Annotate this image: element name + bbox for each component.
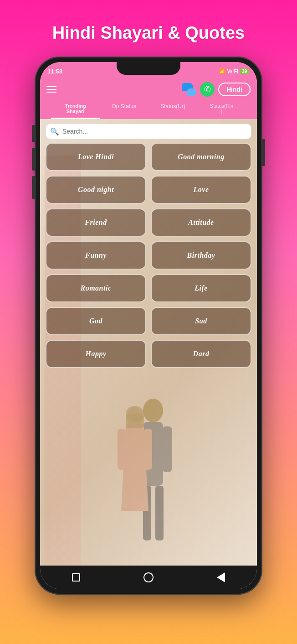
page-title: Hindi Shayari & Quotes	[52, 23, 245, 44]
svg-rect-7	[118, 429, 126, 470]
category-dard[interactable]: Dard	[151, 340, 251, 368]
category-attitude[interactable]: Attitude	[151, 208, 251, 237]
category-romantic[interactable]: Romantic	[46, 274, 146, 302]
category-life[interactable]: Life	[151, 274, 251, 302]
wifi-icon: WiFi	[227, 68, 238, 75]
nav-square-button[interactable]	[70, 571, 82, 584]
status-time: 11:53	[47, 68, 62, 75]
categories-grid: Love Hindi Good morning Good night Love …	[40, 143, 257, 374]
search-bar: 🔍	[46, 124, 251, 139]
chat-bubble2	[187, 88, 196, 96]
search-input[interactable]	[46, 124, 251, 139]
svg-rect-8	[144, 429, 152, 470]
category-funny[interactable]: Funny	[46, 241, 146, 270]
category-good-night[interactable]: Good night	[46, 176, 146, 204]
header-top: ✆ Hindi	[46, 82, 251, 97]
svg-rect-3	[162, 426, 172, 472]
bottom-nav	[40, 566, 257, 589]
battery-icon: 39	[240, 68, 249, 74]
category-love-hindi[interactable]: Love Hindi	[46, 143, 146, 171]
svg-rect-5	[155, 486, 164, 540]
volume-down-button	[32, 176, 35, 199]
couple-silhouette	[85, 383, 212, 566]
category-good-morning[interactable]: Good morning	[151, 143, 251, 171]
phone-screen: 11:53 📶 WiFi 39	[40, 62, 257, 589]
nav-circle-button[interactable]	[142, 571, 155, 584]
chat-icon[interactable]	[182, 83, 196, 96]
hindi-language-button[interactable]: Hindi	[218, 83, 251, 96]
category-god[interactable]: God	[46, 307, 146, 335]
svg-rect-10	[126, 414, 144, 428]
tab-dp-status[interactable]: Dp Status	[100, 100, 148, 119]
tab-status-hin[interactable]: Status(Hin)	[197, 100, 246, 119]
category-sad[interactable]: Sad	[151, 307, 251, 335]
volume-silent-button	[32, 125, 35, 142]
app-header: ✆ Hindi TrendingShayari Dp Status Status…	[40, 79, 257, 119]
category-happy[interactable]: Happy	[46, 340, 146, 368]
power-button	[262, 139, 265, 166]
whatsapp-symbol: ✆	[204, 84, 211, 94]
circle-icon	[143, 572, 154, 582]
header-icons: ✆ Hindi	[182, 82, 251, 97]
volume-up-button	[32, 148, 35, 171]
svg-point-0	[143, 399, 163, 422]
triangle-icon	[217, 572, 225, 582]
status-icons: 📶 WiFi 39	[219, 68, 249, 75]
category-love[interactable]: Love	[151, 176, 251, 204]
hamburger-menu-button[interactable]	[46, 86, 56, 93]
category-birthday[interactable]: Birthday	[151, 241, 251, 270]
tab-trending-shayari[interactable]: TrendingShayari	[51, 100, 100, 119]
content-area: 🔍 Love Hindi Good morning Good night Lov…	[40, 119, 257, 566]
notch	[117, 62, 180, 75]
nav-back-button[interactable]	[215, 571, 227, 584]
category-friend[interactable]: Friend	[46, 208, 146, 237]
signal-icon: 📶	[219, 68, 225, 74]
tab-status-ur[interactable]: Status(Ur)	[148, 100, 197, 119]
phone-shell: 11:53 📶 WiFi 39	[35, 57, 262, 595]
square-icon	[72, 573, 80, 582]
whatsapp-icon[interactable]: ✆	[200, 82, 215, 97]
search-icon: 🔍	[50, 127, 59, 135]
tabs-bar: TrendingShayari Dp Status Status(Ur) Sta…	[46, 100, 251, 119]
